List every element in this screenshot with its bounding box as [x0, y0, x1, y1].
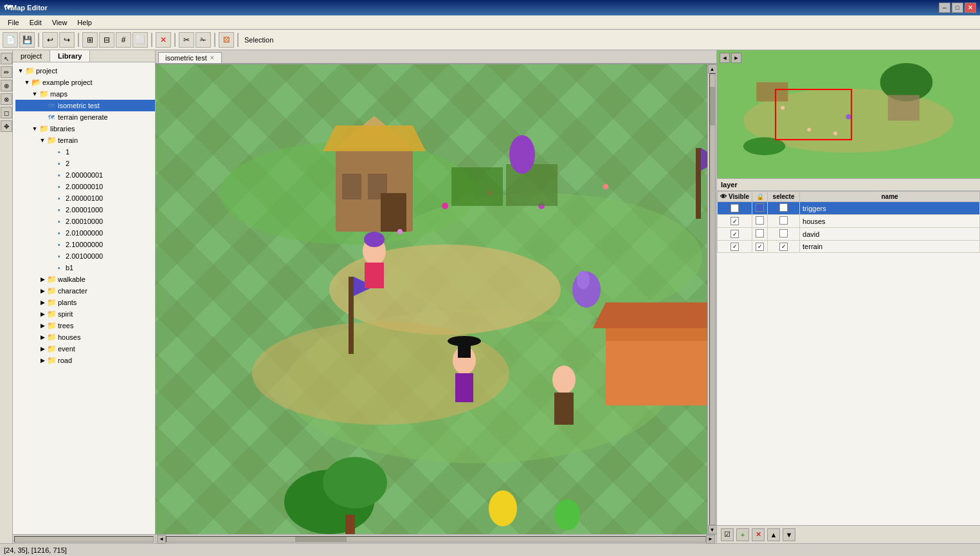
- layer-visible-cell[interactable]: [718, 202, 752, 215]
- minimap-canvas[interactable]: [717, 50, 980, 178]
- panel-hscroll-track[interactable]: [14, 536, 154, 542]
- layer-visible-checkbox[interactable]: [730, 243, 739, 251]
- copy-button[interactable]: ✁: [195, 32, 211, 48]
- delete-layer-button[interactable]: ✕: [752, 528, 765, 541]
- h-scroll-left-button[interactable]: ◄: [157, 535, 166, 544]
- tool-stamp[interactable]: ⊕: [1, 80, 12, 91]
- expand-icon[interactable]: ▶: [39, 287, 46, 295]
- layer-visible-checkbox[interactable]: [730, 230, 739, 238]
- expand-icon[interactable]: ▼: [17, 67, 24, 75]
- layer-lock-cell[interactable]: [752, 228, 768, 241]
- v-scroll-thumb[interactable]: [710, 87, 715, 125]
- move-up-button[interactable]: ▲: [767, 528, 780, 541]
- layer-select-cell[interactable]: [768, 215, 800, 228]
- tool-erase[interactable]: ◻: [1, 107, 12, 118]
- v-scroll-up-button[interactable]: ▲: [708, 64, 717, 73]
- grid1-button[interactable]: ⊞: [82, 32, 98, 48]
- tool-fill[interactable]: ⊗: [1, 93, 12, 105]
- v-scroll-track[interactable]: [709, 73, 716, 525]
- h-scroll-thumb[interactable]: [295, 537, 347, 542]
- tree-node-road[interactable]: ▶ 📁 road: [15, 355, 155, 366]
- check-all-button[interactable]: ☑: [721, 528, 734, 541]
- menu-view[interactable]: View: [47, 17, 73, 28]
- tree-node-houses[interactable]: ▶ 📁 houses: [15, 331, 155, 343]
- tree-node-b1[interactable]: ▪ b1: [15, 262, 155, 273]
- close-button[interactable]: ✕: [965, 3, 976, 13]
- tree-node-t3[interactable]: ▪ 2.00000001: [15, 169, 155, 181]
- cancel-button[interactable]: ✕: [156, 32, 171, 48]
- layer-row-houses[interactable]: houses: [718, 215, 980, 228]
- layer-select-checkbox[interactable]: [779, 216, 788, 225]
- redo-button[interactable]: ↪: [59, 32, 75, 48]
- expand-icon[interactable]: ▶: [39, 310, 46, 318]
- tab-project[interactable]: project: [13, 50, 50, 62]
- tree-node-terrain-generate[interactable]: 🗺 terrain generate: [15, 111, 155, 123]
- expand-icon[interactable]: ▶: [39, 299, 46, 306]
- grid2-button[interactable]: ⊟: [99, 32, 114, 48]
- tree-node-plants[interactable]: ▶ 📁 plants: [15, 297, 155, 308]
- tool-pencil[interactable]: ✏: [1, 66, 12, 78]
- v-scrollbar[interactable]: ▲ ▼: [707, 64, 716, 534]
- cut-button[interactable]: ✂: [179, 32, 194, 48]
- layer-lock-checkbox[interactable]: [756, 216, 764, 225]
- layer-row-david[interactable]: david: [718, 228, 980, 241]
- minimap-nav-left[interactable]: ◄: [720, 53, 730, 63]
- layer-lock-checkbox[interactable]: [756, 203, 764, 212]
- minimize-button[interactable]: ─: [939, 3, 950, 13]
- hash-button[interactable]: #: [116, 32, 131, 48]
- tree-node-t1[interactable]: ▪ 1: [15, 146, 155, 158]
- random-button[interactable]: ⚄: [219, 32, 234, 48]
- layer-visible-cell[interactable]: [718, 241, 752, 253]
- v-scroll-down-button[interactable]: ▼: [708, 525, 717, 534]
- tree-node-t9[interactable]: ▪ 2.10000000: [15, 239, 155, 250]
- menu-file[interactable]: File: [3, 17, 24, 28]
- panel-hscroll[interactable]: [13, 534, 155, 543]
- tree-node-t4[interactable]: ▪ 2.00000010: [15, 181, 155, 192]
- layer-row-triggers[interactable]: triggers: [718, 202, 980, 215]
- layer-select-checkbox[interactable]: [779, 243, 788, 251]
- tree-node-event[interactable]: ▶ 📁 event: [15, 343, 155, 355]
- h-scroll-track[interactable]: [166, 536, 706, 542]
- minimap-nav-right[interactable]: ►: [731, 53, 741, 63]
- stamp-button[interactable]: ⬜: [132, 32, 148, 48]
- layer-lock-checkbox[interactable]: [756, 243, 764, 251]
- tree-node-t7[interactable]: ▪ 2.00010000: [15, 216, 155, 227]
- tool-arrow[interactable]: ↖: [1, 53, 12, 64]
- tree-node-t5[interactable]: ▪ 2.00000100: [15, 192, 155, 204]
- add-layer-button[interactable]: +: [736, 528, 749, 541]
- h-scrollbar[interactable]: ◄ ►: [156, 534, 716, 543]
- tab-close-icon[interactable]: ✕: [210, 55, 215, 61]
- layer-lock-cell[interactable]: [752, 241, 768, 253]
- expand-icon[interactable]: ▼: [39, 136, 46, 144]
- tree-node-t2[interactable]: ▪ 2: [15, 158, 155, 169]
- menu-help[interactable]: Help: [72, 17, 97, 28]
- tree-node-isometric-test[interactable]: 🗺 isometric test: [15, 100, 155, 111]
- tree-node-t6[interactable]: ▪ 2.00001000: [15, 204, 155, 216]
- map-viewport[interactable]: [156, 64, 707, 534]
- layer-lock-checkbox[interactable]: [756, 229, 764, 237]
- tree-node-maps[interactable]: ▼ 📁 maps: [15, 88, 155, 100]
- tab-isometric-test[interactable]: isometric test ✕: [158, 52, 222, 63]
- tree-node-t10[interactable]: ▪ 2.00100000: [15, 250, 155, 262]
- layer-select-cell[interactable]: [768, 202, 800, 215]
- tree-node-t8[interactable]: ▪ 2.01000000: [15, 227, 155, 239]
- layer-select-checkbox[interactable]: [779, 229, 788, 237]
- layer-select-checkbox[interactable]: [779, 203, 788, 212]
- layer-lock-cell[interactable]: [752, 215, 768, 228]
- expand-icon[interactable]: ▶: [39, 357, 46, 364]
- save-button[interactable]: 💾: [19, 32, 35, 48]
- layer-visible-cell[interactable]: [718, 228, 752, 241]
- expand-icon[interactable]: ▼: [31, 90, 39, 98]
- h-scroll-right-button[interactable]: ►: [706, 535, 715, 544]
- new-button[interactable]: 📄: [3, 32, 18, 48]
- layer-visible-checkbox[interactable]: [730, 217, 739, 225]
- move-down-button[interactable]: ▼: [783, 528, 795, 541]
- tree-node-project-root[interactable]: ▼ 📁 project: [15, 65, 155, 77]
- maximize-button[interactable]: □: [952, 3, 963, 13]
- tree-node-character[interactable]: ▶ 📁 character: [15, 285, 155, 297]
- tree-node-example-project[interactable]: ▼ 📂 example project: [15, 77, 155, 88]
- layer-visible-cell[interactable]: [718, 215, 752, 228]
- tree-node-terrain[interactable]: ▼ 📁 terrain: [15, 134, 155, 146]
- tool-move[interactable]: ✥: [1, 120, 12, 132]
- layer-row-terrain[interactable]: terrain: [718, 241, 980, 253]
